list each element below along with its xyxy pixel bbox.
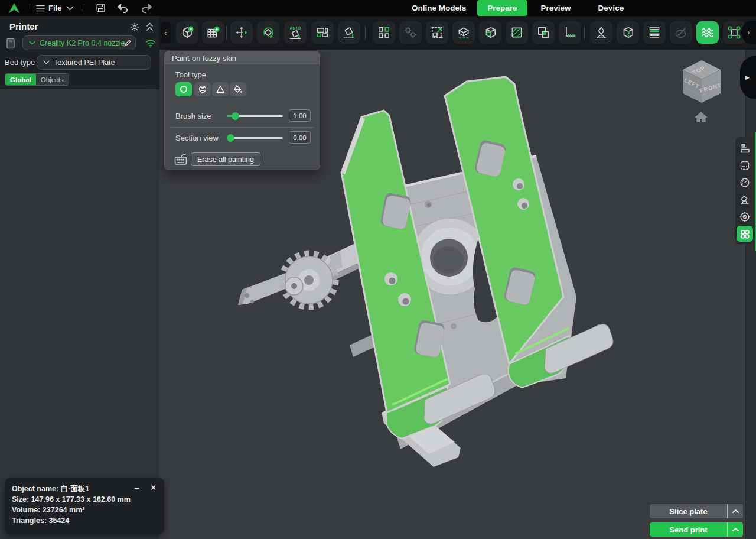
- tab-preview[interactable]: Preview: [541, 4, 571, 12]
- slice-plate-label: Slice plate: [650, 507, 727, 516]
- view-options-toolbar: [735, 137, 754, 245]
- edit-printer-button[interactable]: [120, 36, 135, 50]
- scope-tabs: Global Objects: [5, 73, 69, 86]
- tab-device[interactable]: Device: [598, 4, 624, 12]
- measure-button[interactable]: [559, 21, 581, 44]
- add-plate-button[interactable]: [202, 21, 224, 44]
- brush-size-slider-thumb[interactable]: [232, 112, 239, 120]
- divider: [226, 26, 227, 40]
- section-view-value[interactable]: 0.00: [289, 131, 311, 144]
- circle-tool-button[interactable]: [175, 82, 192, 96]
- boolean-button[interactable]: [532, 21, 555, 44]
- app-logo: [7, 0, 21, 16]
- gears-button[interactable]: [399, 21, 422, 44]
- tool-type-label: Tool type: [175, 70, 206, 79]
- paint-fuzzy-skin-panel: Paint-on fuzzy skin Tool type Brush size…: [164, 51, 320, 170]
- collapse-toolbar-handle[interactable]: ‹: [161, 22, 171, 43]
- close-icon[interactable]: ×: [151, 482, 156, 492]
- top-menu-bar: File Online Models Prepare Preview Devic…: [0, 0, 756, 16]
- paint-fuzzy-skin-button[interactable]: [696, 21, 719, 44]
- object-triangles-line: Triangles: 35424: [12, 515, 157, 526]
- hamburger-menu-icon[interactable]: [36, 0, 45, 16]
- parameter-list-icon[interactable]: [737, 140, 753, 156]
- panel-header[interactable]: Paint-on fuzzy skin: [165, 51, 320, 64]
- bed-type-label: Bed type: [5, 58, 35, 67]
- slice-plate-button[interactable]: Slice plate: [650, 504, 743, 518]
- save-button[interactable]: [96, 0, 106, 16]
- tab-objects[interactable]: Objects: [36, 74, 69, 85]
- tab-prepare[interactable]: Prepare: [477, 0, 527, 16]
- divider: [30, 4, 30, 12]
- object-info-panel: Object name: 白-面板1 Size: 147.96 x 177.33…: [5, 478, 164, 535]
- panel-title: Paint-on fuzzy skin: [172, 54, 236, 63]
- section-view-slider[interactable]: [227, 137, 283, 139]
- tab-online-models[interactable]: Online Models: [412, 4, 466, 12]
- undo-button[interactable]: [117, 0, 130, 16]
- height-range-button[interactable]: [643, 21, 666, 44]
- brush-size-slider[interactable]: [227, 115, 283, 117]
- keyboard-shortcut-icon: [174, 153, 188, 165]
- view-navigation-cube[interactable]: TOP LEFT FRONT: [679, 57, 724, 113]
- sphere-tool-button[interactable]: [194, 82, 211, 96]
- section-view-slider-thumb[interactable]: [227, 134, 234, 142]
- erase-all-painting-label: Erase all painting: [197, 155, 254, 164]
- bed-type-select[interactable]: Textured PEI Plate: [37, 55, 151, 70]
- redo-button[interactable]: [139, 0, 152, 16]
- erase-all-painting-button[interactable]: Erase all painting: [191, 152, 260, 166]
- printer-device-icon: [6, 38, 16, 49]
- printer-settings-gear-icon[interactable]: [130, 22, 139, 32]
- send-print-button[interactable]: Send print: [650, 522, 743, 537]
- minimize-icon[interactable]: −: [134, 483, 139, 493]
- fill-tool-button[interactable]: [230, 82, 246, 96]
- color-paint-button[interactable]: [670, 21, 692, 44]
- wifi-icon[interactable]: [145, 39, 156, 48]
- divider: [84, 4, 84, 12]
- slice-options-chevron-icon[interactable]: [727, 504, 743, 518]
- arrange-button[interactable]: [311, 21, 334, 44]
- right-collapsed-panel: [745, 50, 756, 539]
- send-print-label: Send print: [650, 525, 727, 534]
- tab-global[interactable]: Global: [5, 74, 36, 85]
- fuzzy-skin-button[interactable]: [506, 21, 528, 44]
- bed-type-value: Textured PEI Plate: [54, 59, 115, 67]
- auto-orient-button[interactable]: AUTO: [284, 21, 307, 44]
- divider: [365, 26, 366, 40]
- printer-section-title: Printer: [9, 21, 38, 31]
- printer-select[interactable]: Creality K2 Pro 0.4 nozzle: [22, 35, 136, 50]
- lamp-icon[interactable]: [737, 191, 753, 207]
- seam-button[interactable]: [479, 21, 501, 44]
- printer-name: Creality K2 Pro 0.4 nozzle: [40, 39, 125, 47]
- supports-button[interactable]: [452, 21, 475, 44]
- model-shaft-assembly: [238, 239, 374, 307]
- rotate-button[interactable]: [257, 21, 279, 44]
- collapse-panel-icon[interactable]: [146, 21, 154, 32]
- file-menu[interactable]: File: [48, 0, 61, 16]
- add-model-button[interactable]: [176, 21, 198, 44]
- lay-on-face-button[interactable]: [338, 21, 360, 44]
- scale-button[interactable]: [426, 21, 448, 44]
- move-button[interactable]: [230, 21, 253, 44]
- home-view-button[interactable]: [694, 111, 708, 123]
- prepare-toolbar: ‹ AUTO: [159, 16, 756, 50]
- object-size-line: Size: 147.96 x 177.33 x 162.60 mm: [12, 494, 157, 505]
- left-sidebar: Printer Creality K2 Pro 0.4 nozzle Bed t…: [0, 16, 159, 539]
- object-volume-line: Volume: 237264 mm³: [12, 505, 157, 515]
- send-options-chevron-icon[interactable]: [727, 522, 743, 537]
- file-menu-chevron-icon[interactable]: [66, 0, 74, 16]
- paint-support-button[interactable]: [590, 21, 612, 44]
- printer-settings-section: Printer Creality K2 Pro 0.4 nozzle Bed t…: [0, 16, 159, 89]
- svg-text:AUTO: AUTO: [290, 26, 301, 30]
- brush-size-label: Brush size: [175, 112, 211, 121]
- paint-seam-button[interactable]: [617, 21, 639, 44]
- triangle-tool-button[interactable]: [212, 82, 229, 96]
- divider: [584, 26, 585, 40]
- split-objects-button[interactable]: [373, 21, 395, 44]
- expand-right-arrow-icon: ▶: [745, 74, 750, 80]
- machine-control-icon[interactable]: [737, 209, 753, 225]
- plate-settings-icon[interactable]: [737, 157, 753, 173]
- speed-gauge-icon[interactable]: [737, 174, 753, 190]
- macro-grid-icon[interactable]: [737, 226, 753, 242]
- brush-size-value[interactable]: 1.00: [289, 109, 311, 122]
- divider: [171, 127, 315, 128]
- file-menu-label: File: [48, 4, 61, 12]
